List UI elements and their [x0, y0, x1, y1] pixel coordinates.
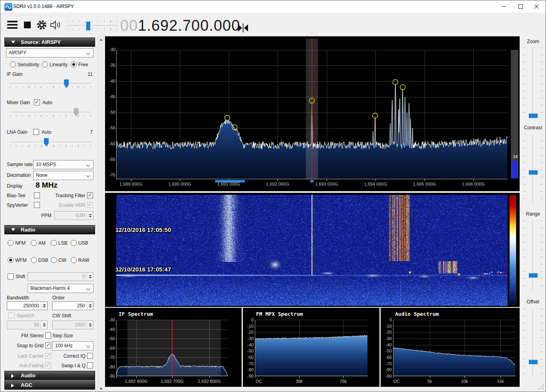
axis-tick-label: -45 — [105, 94, 115, 99]
volume-slider[interactable] — [67, 22, 117, 31]
gain-mode-free-radio[interactable] — [71, 61, 77, 67]
spin-down-icon[interactable] — [89, 216, 92, 218]
range-slider[interactable] — [522, 221, 544, 291]
source-panel-header[interactable]: Source: AIRSPY — [4, 38, 95, 47]
audio-panel-header[interactable]: Audio — [4, 371, 95, 380]
spin-down-icon[interactable] — [89, 306, 92, 308]
mode-nfm-radio[interactable] — [8, 240, 14, 246]
enable-hdr-checkbox[interactable] — [87, 202, 93, 208]
spin-up-icon[interactable] — [89, 304, 92, 305]
spectrum-plot[interactable] — [116, 39, 508, 182]
squelch-input[interactable]: 50 — [7, 321, 48, 329]
mode-lsb-label: LSB — [58, 240, 68, 246]
order-input[interactable]: 250 — [52, 301, 93, 310]
spin-down-icon[interactable] — [89, 277, 92, 279]
range-slider-thumb[interactable] — [529, 273, 538, 278]
cw-shift-input[interactable]: 1000 — [52, 321, 93, 329]
mode-cw-radio[interactable] — [51, 257, 57, 263]
radio-panel-header[interactable]: Radio — [4, 225, 95, 234]
axis-tick-label: -90 — [105, 374, 115, 378]
spin-down-icon[interactable] — [43, 325, 46, 327]
contrast-slider[interactable] — [522, 134, 544, 204]
spin-up-icon[interactable] — [89, 214, 92, 215]
sample-rate-dropdown[interactable]: 10 MSPS — [33, 160, 93, 169]
mode-dsb-radio[interactable] — [31, 257, 37, 263]
source-device-value: AIRSPY — [9, 50, 26, 55]
settings-scrollbar[interactable] — [97, 36, 104, 392]
fm-stereo-checkbox[interactable] — [45, 333, 51, 339]
speaker-icon[interactable] — [50, 20, 62, 30]
offset-slider[interactable] — [522, 309, 544, 377]
spyverter-checkbox[interactable] — [34, 202, 40, 208]
mixer-gain-auto-label: Auto — [42, 100, 52, 105]
swap-iq-checkbox[interactable] — [87, 362, 93, 368]
spin-up-icon[interactable] — [89, 323, 92, 325]
waterfall-plot[interactable] — [116, 195, 508, 306]
if-gain-slider[interactable] — [10, 79, 91, 89]
volume-slider-thumb[interactable] — [86, 22, 90, 30]
source-device-dropdown[interactable]: AIRSPY — [6, 48, 93, 57]
menu-icon[interactable] — [7, 20, 18, 29]
tracking-filter-checkbox[interactable] — [87, 192, 93, 198]
zoom-slider-label: Zoom — [520, 39, 546, 44]
resize-grip[interactable] — [539, 384, 544, 390]
zoom-slider-thumb[interactable] — [529, 114, 538, 118]
axis-tick-label: 1,692 600G — [125, 379, 148, 384]
snap-to-grid-checkbox[interactable] — [45, 343, 51, 348]
axis-tick-label: -20 — [243, 330, 254, 335]
filter-dropdown[interactable]: Blackman-Harris 4 — [28, 284, 93, 293]
range-slider-label: Range — [520, 211, 546, 217]
bias-tee-checkbox[interactable] — [34, 192, 40, 198]
tracking-filter-label: Tracking Filter — [54, 193, 85, 198]
radio-panel-title: Radio — [21, 227, 35, 233]
lna-gain-auto-checkbox[interactable] — [33, 129, 39, 135]
mode-usb-radio[interactable] — [71, 240, 77, 246]
contrast-slider-thumb[interactable] — [529, 170, 538, 174]
shift-checkbox[interactable] — [8, 273, 14, 279]
agc-panel-title: AGC — [21, 382, 32, 388]
axis-tick-label: 1,692 800G — [198, 379, 221, 384]
step-size-dropdown[interactable]: 100 kHz — [52, 341, 93, 350]
mode-lsb-radio[interactable] — [51, 240, 57, 246]
gain-mode-linearity-radio[interactable] — [42, 61, 48, 67]
mode-raw-radio[interactable] — [71, 257, 77, 263]
axis-tick-label: -55 — [105, 125, 115, 130]
minimize-button[interactable] — [496, 0, 512, 13]
expand-icon — [11, 374, 14, 378]
spin-down-icon[interactable] — [43, 306, 46, 308]
offset-slider-thumb[interactable] — [529, 360, 538, 364]
shift-input[interactable]: 0 — [28, 272, 93, 281]
zoom-slider[interactable] — [522, 48, 544, 119]
ppm-input[interactable]: 0,00 — [54, 211, 93, 220]
stop-icon[interactable] — [24, 22, 31, 28]
bandwidth-input[interactable]: 250000 — [7, 301, 48, 310]
axis-tick-label: 15k — [497, 379, 504, 384]
mode-am-radio[interactable] — [31, 240, 37, 246]
mode-wfm-radio[interactable] — [8, 257, 14, 263]
mixer-gain-slider[interactable] — [10, 108, 91, 118]
lna-gain-slider[interactable] — [10, 138, 91, 148]
squelch-checkbox[interactable] — [8, 313, 14, 319]
frequency-display[interactable]: 001.692.700.000 — [120, 17, 240, 34]
correct-iq-checkbox[interactable] — [87, 353, 93, 359]
if-spectrum-panel: IF Spectrum -30-40-50-60-70-80-901,692 6… — [105, 308, 242, 387]
gain-mode-sensitivity-radio[interactable] — [10, 61, 16, 67]
decimation-value: None — [36, 172, 48, 178]
spin-up-icon[interactable] — [43, 323, 46, 325]
spin-down-icon[interactable] — [89, 325, 92, 327]
tune-center-icon[interactable] — [238, 23, 248, 33]
maximize-button[interactable] — [513, 0, 529, 13]
cw-shift-value: 1000 — [74, 322, 85, 328]
decimation-dropdown[interactable]: None — [33, 171, 93, 180]
scroll-up-icon[interactable] — [99, 39, 103, 41]
gear-icon[interactable] — [36, 20, 47, 30]
close-button[interactable] — [529, 0, 545, 13]
agc-panel-header[interactable]: AGC — [4, 380, 95, 390]
spyverter-label: SpyVerter — [7, 202, 28, 208]
bandwidth-label: Bandwidth — [7, 295, 29, 301]
spin-up-icon[interactable] — [43, 304, 46, 305]
spin-up-icon[interactable] — [89, 275, 92, 276]
mixer-gain-auto-checkbox[interactable] — [34, 99, 40, 105]
enable-hdr-label: Enable HDR — [54, 202, 85, 208]
scroll-down-icon[interactable] — [99, 388, 103, 390]
